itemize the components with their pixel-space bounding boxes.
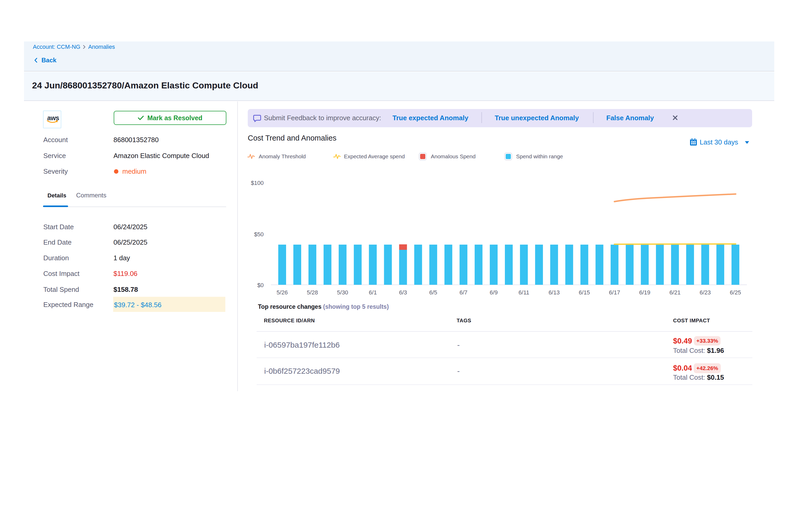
svg-text:6/7: 6/7	[459, 289, 468, 296]
svg-text:6/25: 6/25	[730, 289, 741, 296]
svg-text:6/3: 6/3	[399, 289, 407, 296]
svg-text:6/21: 6/21	[669, 289, 681, 296]
svg-text:6/19: 6/19	[639, 289, 650, 296]
svg-text:5/30: 5/30	[337, 289, 348, 296]
svg-text:6/1: 6/1	[369, 289, 377, 296]
svg-text:5/28: 5/28	[307, 289, 318, 296]
svg-text:$50: $50	[254, 231, 264, 238]
svg-text:$0: $0	[258, 282, 264, 288]
svg-text:6/13: 6/13	[548, 289, 559, 296]
svg-text:6/11: 6/11	[518, 289, 529, 296]
svg-text:6/5: 6/5	[429, 289, 437, 296]
svg-text:6/23: 6/23	[700, 289, 711, 296]
svg-text:5/26: 5/26	[277, 289, 288, 296]
svg-text:6/17: 6/17	[609, 289, 620, 296]
svg-text:6/9: 6/9	[490, 289, 498, 296]
svg-text:6/15: 6/15	[579, 289, 590, 296]
svg-text:$100: $100	[251, 180, 264, 186]
